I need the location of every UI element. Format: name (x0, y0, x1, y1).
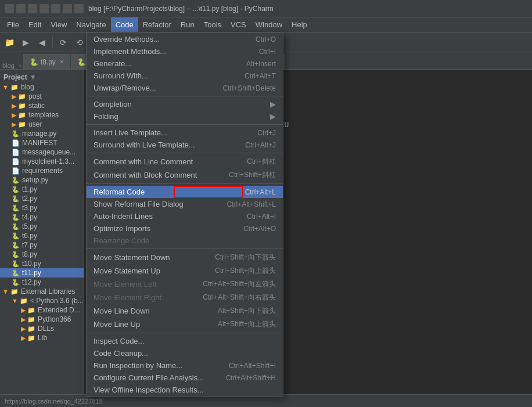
menu-insert-live-template-label: Insert Live Template... (94, 128, 167, 137)
menu-reformat-code[interactable]: Reformat Code Ctrl+Alt+L (87, 186, 283, 198)
menu-surround-with[interactable]: Surround With... Ctrl+Alt+T (87, 70, 283, 82)
sep-4 (87, 183, 283, 184)
tree-mysql-label: mysqlclient-1.3... (22, 157, 74, 165)
sep-6 (87, 333, 283, 333)
code-dropdown-menu: Override Methods... Ctrl+O Implement Met… (86, 33, 283, 397)
tree-python36[interactable]: ▼ 📁 < Python 3.6 (b... (0, 296, 84, 305)
tree-t7[interactable]: 🐍 t7.py (0, 240, 84, 250)
menu-configure-analysis[interactable]: Configure Current File Analysis... Ctrl+… (87, 372, 283, 384)
menu-refactor[interactable]: Refactor (138, 17, 176, 32)
menu-run-inspection[interactable]: Run Inspection by Name... Ctrl+Alt+Shift… (87, 359, 283, 372)
menu-move-line-down[interactable]: Move Line Down Alt+Shift+向下箭头 (87, 304, 283, 318)
menu-insert-live-template[interactable]: Insert Live Template... Ctrl+J (87, 127, 283, 139)
tree-lib[interactable]: ▶ 📁 Lib (0, 333, 84, 343)
menu-move-stmt-down[interactable]: Move Statement Down Ctrl+Shift+向下箭头 (87, 251, 283, 264)
tree-python366[interactable]: ▶ 📁 Python366 (0, 315, 84, 324)
tree-t4-label: t4.py (22, 213, 37, 221)
manifest-icon: 📄 (12, 139, 20, 147)
tree-user[interactable]: ▶ 📁 user (0, 120, 84, 129)
tree-post[interactable]: ▶ 📁 post (0, 92, 84, 101)
menu-inspect-code[interactable]: Inspect Code... (87, 335, 283, 347)
tree-manifest[interactable]: 📄 MANIFEST (0, 138, 84, 147)
toolbar-btn-1[interactable]: 📁 (2, 35, 16, 49)
menu-view-offline[interactable]: View Offline Inspection Results... (87, 384, 283, 396)
tree-t8s[interactable]: 🐍 t8.py (0, 250, 84, 259)
menu-code[interactable]: Code (111, 17, 138, 32)
tree-python366-label: Python366 (38, 315, 71, 323)
menu-unwrap[interactable]: Unwrap/Remove... Ctrl+Shift+Delete (87, 82, 283, 94)
menu-move-line-up-label: Move Line Up (94, 320, 140, 329)
menu-move-stmt-up[interactable]: Move Statement Up Ctrl+Shift+向上箭头 (87, 264, 283, 278)
t10s-icon: 🐍 (12, 260, 20, 268)
tree-blog-label: blog (21, 83, 34, 91)
menu-surround-with-shortcut: Ctrl+Alt+T (245, 72, 276, 80)
tree-messagequeue[interactable]: 📄 messagequeue... (0, 147, 84, 157)
menu-code-cleanup[interactable]: Code Cleanup... (87, 347, 283, 359)
menu-generate[interactable]: Generate... Alt+Insert (87, 57, 283, 70)
tree-setup-label: setup.py (22, 176, 48, 184)
menu-view[interactable]: View (46, 17, 71, 32)
tree-manage[interactable]: 🐍 manage.py (0, 129, 84, 138)
tree-t7-label: t7.py (22, 241, 37, 249)
toolbar-btn-5[interactable]: ⟲ (73, 35, 87, 49)
toolbar-btn-4[interactable]: ⟳ (56, 35, 70, 49)
tree-t3-label: t3.py (22, 204, 37, 212)
reformat-red-box (174, 186, 243, 198)
breadcrumb-blog: blog (2, 62, 15, 69)
t8s-icon: 🐍 (12, 251, 20, 258)
menu-completion-label: Completion (94, 100, 132, 109)
tab-t8[interactable]: 🐍 t8.py ✕ (23, 54, 70, 69)
tree-mysqlclient[interactable]: 📄 mysqlclient-1.3... (0, 157, 84, 166)
tree-t2[interactable]: 🐍 t2.py (0, 194, 84, 203)
menu-override-methods-label: Override Methods... (94, 35, 160, 44)
tree-t12s[interactable]: 🐍 t12.py (0, 278, 84, 287)
menu-run[interactable]: Run (176, 17, 199, 32)
menu-auto-indent[interactable]: Auto-Indent Lines Ctrl+Alt+I (87, 210, 283, 222)
menu-optimize-imports[interactable]: Optimize Imports Ctrl+Alt+O (87, 222, 283, 235)
menu-comment-line[interactable]: Comment with Line Comment Ctrl+斜杠 (87, 155, 283, 168)
menu-move-line-up[interactable]: Move Line Up Alt+Shift+向上箭头 (87, 318, 283, 331)
menu-file[interactable]: File (2, 17, 24, 32)
tree-extlibs[interactable]: ▼ 📁 External Libraries (0, 287, 84, 296)
menu-move-line-up-shortcut: Alt+Shift+向上箭头 (218, 319, 276, 329)
t6-icon: 🐍 (12, 232, 20, 240)
tree-t1[interactable]: 🐍 t1.py (0, 185, 84, 194)
extlibs-icon: ▼ 📁 (2, 288, 19, 296)
menu-comment-block[interactable]: Comment with Block Comment Ctrl+Shift+斜杠 (87, 168, 283, 182)
menu-window[interactable]: Window (251, 17, 287, 32)
tree-t3[interactable]: 🐍 t3.py (0, 203, 84, 212)
tree-requirements[interactable]: 📄 requirements (0, 166, 84, 175)
t1-icon: 🐍 (12, 186, 20, 193)
tree-static[interactable]: ▶ 📁 static (0, 101, 84, 110)
menu-show-reformat[interactable]: Show Reformat File Dialog Ctrl+Alt+Shift… (87, 198, 283, 210)
t5-icon: 🐍 (12, 223, 20, 230)
tree-templates[interactable]: ▶ 📁 templates (0, 110, 84, 120)
tree-t4[interactable]: 🐍 t4.py (0, 212, 84, 222)
menu-folding[interactable]: Folding ▶ (87, 110, 283, 123)
menu-surround-live-template[interactable]: Surround with Live Template... Ctrl+Alt+… (87, 139, 283, 151)
tree-blog[interactable]: ▼ 📁 blog (0, 82, 84, 92)
menu-tools[interactable]: Tools (199, 17, 226, 32)
tree-setup[interactable]: 🐍 setup.py (0, 175, 84, 185)
menu-edit[interactable]: Edit (24, 17, 46, 32)
toolbar-btn-2[interactable]: ▶ (19, 35, 33, 49)
tree-dlls[interactable]: ▶ 📁 DLLs (0, 324, 84, 333)
title-bar: blog [F:\PyCharmProjects\blog] – ...\t11… (0, 0, 532, 17)
title-bar-icons (5, 4, 84, 13)
menu-implement-methods[interactable]: Implement Methods... Ctrl+I (87, 45, 283, 57)
menu-help[interactable]: Help (287, 17, 312, 32)
menu-completion[interactable]: Completion ▶ (87, 98, 283, 110)
tab-t8-label: 🐍 t8.py (30, 58, 55, 66)
tree-t11s[interactable]: 🐍 t11.py (0, 268, 84, 278)
tree-t6[interactable]: 🐍 t6.py (0, 231, 84, 240)
mysql-icon: 📄 (12, 158, 20, 165)
menu-override-methods[interactable]: Override Methods... Ctrl+O (87, 33, 283, 45)
tree-extendd[interactable]: ▶ 📁 Extended D... (0, 305, 84, 315)
menu-vcs[interactable]: VCS (226, 17, 251, 32)
tab-t8-close[interactable]: ✕ (59, 59, 64, 65)
menu-navigate[interactable]: Navigate (71, 17, 110, 32)
tree-t5[interactable]: 🐍 t5.py (0, 222, 84, 231)
toolbar-btn-3[interactable]: ◀ (35, 35, 49, 49)
sidebar-title: Project (3, 73, 27, 81)
tree-t10s[interactable]: 🐍 t10.py (0, 259, 84, 268)
